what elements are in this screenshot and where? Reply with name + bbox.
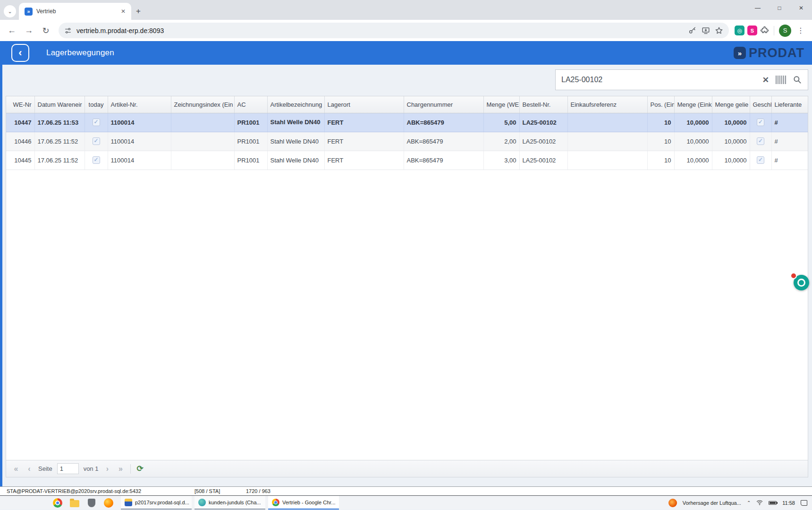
extension-pink-icon[interactable]: S (747, 26, 757, 35)
table-cell[interactable]: # (771, 151, 808, 170)
weather-label[interactable]: Vorhersage der Luftqua... (683, 500, 741, 506)
table-cell[interactable] (85, 132, 108, 151)
password-key-icon[interactable] (688, 26, 697, 35)
table-cell[interactable]: 2,00 (483, 132, 519, 151)
column-header-9[interactable]: Menge (WE, (483, 96, 519, 113)
tab-close-icon[interactable]: ✕ (119, 7, 127, 16)
address-bar[interactable]: vertrieb.m.prodat-erp.de:8093 (59, 23, 729, 38)
table-cell[interactable]: 10,0000 (674, 113, 712, 132)
table-cell[interactable] (567, 132, 647, 151)
forward-button[interactable]: → (22, 24, 36, 38)
table-cell[interactable]: LA25-00102 (519, 113, 567, 132)
table-cell[interactable] (171, 132, 234, 151)
table-cell[interactable]: 5,00 (483, 113, 519, 132)
table-cell[interactable]: PR1001 (234, 132, 267, 151)
table-cell[interactable]: 10447 (6, 113, 34, 132)
table-cell[interactable]: ABK=865479 (404, 151, 483, 170)
tab-search-button[interactable]: ⌄ (4, 5, 16, 17)
site-info-icon[interactable] (64, 27, 72, 34)
table-cell[interactable]: 10 (647, 113, 674, 132)
table-cell[interactable]: FERT (324, 132, 404, 151)
browser-menu-icon[interactable]: ⋮ (794, 26, 807, 35)
column-header-5[interactable]: AC (234, 96, 267, 113)
table-cell[interactable]: 10,0000 (712, 132, 750, 151)
notification-fab[interactable] (794, 275, 809, 290)
table-cell[interactable]: Stahl Welle DN40 (267, 113, 324, 132)
action-center-icon[interactable] (801, 500, 807, 506)
table-cell[interactable]: PR1001 (234, 113, 267, 132)
clear-search-icon[interactable]: ✕ (762, 75, 769, 85)
prev-page-icon[interactable]: ‹ (25, 465, 34, 473)
table-cell[interactable]: FERT (324, 151, 404, 170)
table-cell[interactable]: 10445 (6, 151, 34, 170)
column-header-11[interactable]: Einkaufsreferenz (567, 96, 647, 113)
column-header-2[interactable]: today (85, 96, 108, 113)
table-cell[interactable]: Stahl Welle DN40 (267, 151, 324, 170)
extension-teal-icon[interactable]: ◎ (735, 26, 744, 35)
column-header-16[interactable]: Lieferante (771, 96, 808, 113)
table-cell[interactable]: 10446 (6, 132, 34, 151)
new-tab-button[interactable]: + (136, 7, 141, 16)
gray-app-icon[interactable] (88, 499, 95, 507)
bookmark-star-icon[interactable] (715, 26, 723, 35)
table-cell[interactable]: 17.06.25 11:52 (34, 132, 85, 151)
table-cell[interactable]: LA25-00102 (519, 132, 567, 151)
table-cell[interactable]: 1100014 (108, 151, 171, 170)
table-cell[interactable]: 17.06.25 11:52 (34, 151, 85, 170)
profile-avatar[interactable]: S (779, 25, 791, 37)
back-button[interactable]: ← (5, 24, 19, 38)
table-cell[interactable] (567, 113, 647, 132)
chrome-icon[interactable] (53, 498, 62, 508)
tray-expand-icon[interactable]: ⌃ (747, 500, 751, 505)
table-cell[interactable]: ABK=865479 (404, 132, 483, 151)
taskbar-button[interactable]: p2017srv.prodat-sql.d... (121, 496, 192, 510)
column-header-14[interactable]: Menge gelie (712, 96, 750, 113)
table-cell[interactable]: FERT (324, 113, 404, 132)
taskbar-button[interactable]: Vertrieb - Google Chr... (268, 496, 339, 510)
taskbar-button[interactable]: kunden-junduls (Cha... (195, 496, 265, 510)
table-cell[interactable]: 1100014 (108, 113, 171, 132)
last-page-icon[interactable]: » (116, 465, 125, 473)
close-button[interactable]: ✕ (790, 0, 812, 16)
page-number-input[interactable] (57, 463, 79, 474)
table-cell[interactable]: PR1001 (234, 151, 267, 170)
next-page-icon[interactable]: › (103, 465, 111, 473)
minimize-button[interactable]: — (747, 0, 769, 16)
firefox-icon[interactable] (104, 498, 113, 508)
search-input[interactable] (561, 76, 756, 84)
table-cell[interactable]: 3,00 (483, 151, 519, 170)
battery-icon[interactable] (769, 501, 777, 505)
table-cell[interactable]: 10,0000 (674, 151, 712, 170)
column-header-10[interactable]: Bestell-Nr. (519, 96, 567, 113)
table-cell[interactable] (85, 113, 108, 132)
extensions-puzzle-icon[interactable] (760, 26, 769, 35)
table-row[interactable]: 1044617.06.25 11:521100014PR1001Stahl We… (6, 132, 808, 151)
barcode-icon[interactable] (776, 76, 786, 84)
table-cell[interactable] (750, 132, 771, 151)
table-cell[interactable] (750, 113, 771, 132)
app-back-button[interactable]: ‹ (11, 44, 29, 62)
table-cell[interactable]: LA25-00102 (519, 151, 567, 170)
table-cell[interactable]: 10 (647, 151, 674, 170)
table-cell[interactable] (171, 151, 234, 170)
table-cell[interactable] (85, 151, 108, 170)
search-icon[interactable] (793, 75, 802, 85)
table-cell[interactable]: # (771, 113, 808, 132)
browser-tab[interactable]: » Vertrieb ✕ (19, 3, 131, 20)
table-cell[interactable] (567, 151, 647, 170)
table-cell[interactable]: ABK=865479 (404, 113, 483, 132)
column-header-0[interactable]: WE-Nr (6, 96, 34, 113)
refresh-icon[interactable]: ⟳ (136, 464, 143, 474)
column-header-13[interactable]: Menge (Eink (674, 96, 712, 113)
maximize-button[interactable]: □ (769, 0, 790, 16)
table-row[interactable]: 1044517.06.25 11:521100014PR1001Stahl We… (6, 151, 808, 170)
wifi-icon[interactable] (756, 500, 763, 506)
table-cell[interactable] (750, 151, 771, 170)
table-cell[interactable] (171, 113, 234, 132)
table-cell[interactable]: 10,0000 (712, 113, 750, 132)
column-header-4[interactable]: Zeichnungsindex (Ein (171, 96, 234, 113)
table-cell[interactable]: Stahl Welle DN40 (267, 132, 324, 151)
weather-icon[interactable] (668, 499, 677, 507)
clock[interactable]: 11:58 (782, 500, 795, 506)
table-cell[interactable]: 1100014 (108, 132, 171, 151)
